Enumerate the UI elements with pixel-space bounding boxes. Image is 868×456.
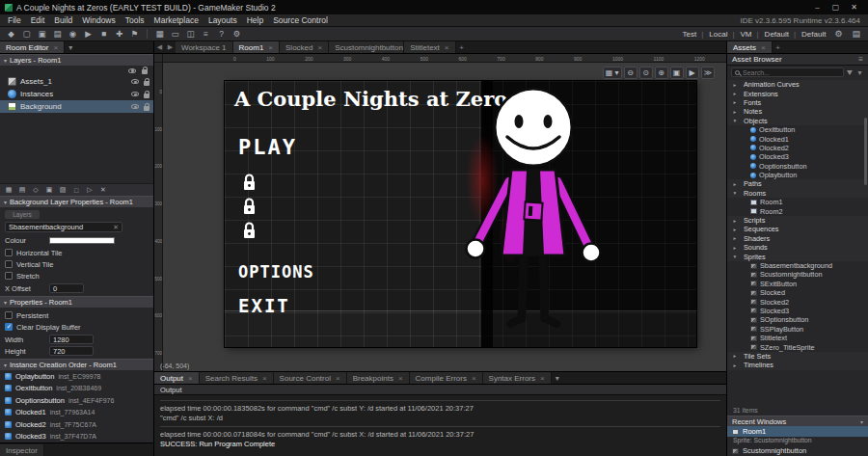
x-offset-input[interactable]: 0 — [49, 283, 84, 293]
menu-item[interactable]: Source Control — [268, 15, 333, 25]
asset-tree-row[interactable]: Scripts — [727, 216, 868, 225]
maximize-button[interactable]: ▢ — [827, 0, 845, 14]
visibility-toggle-icon[interactable] — [131, 104, 139, 109]
tree-expander-icon[interactable] — [732, 91, 738, 96]
asset-tree-row[interactable]: Timelines — [727, 361, 868, 369]
stop-button[interactable]: ■ — [96, 28, 111, 40]
asset-tree-row[interactable]: Oexitbutton — [727, 125, 868, 134]
field-input[interactable]: 1280 — [49, 335, 94, 344]
run-button[interactable]: ▶ — [81, 28, 95, 40]
tree-expander-icon[interactable] — [732, 218, 738, 224]
workspace-tab[interactable]: Room1 — [233, 41, 280, 53]
checkbox[interactable] — [5, 249, 13, 256]
output-log[interactable]: elapsed time 00:00:00.1835082s for comma… — [154, 395, 726, 456]
asset-tree-row[interactable]: Fonts — [727, 98, 868, 107]
output-tab[interactable]: Compile Errors — [410, 372, 483, 384]
tree-expander-icon[interactable] — [732, 181, 738, 187]
recent-chevron-icon[interactable]: ▾ — [860, 418, 863, 425]
tab-room-editor[interactable]: Room Editor — [0, 41, 65, 53]
target-option[interactable]: Test — [680, 30, 707, 39]
zoom-out-button[interactable]: ⊖ — [624, 67, 637, 79]
filter-icon[interactable] — [847, 70, 853, 75]
layer-row[interactable]: Instances — [0, 88, 153, 100]
asset-tree-row[interactable]: Rooms — [727, 189, 868, 198]
target-button[interactable]: ⚑ — [127, 28, 142, 40]
background-properties-header[interactable]: ▾ Background Layer Properties - Room1 — [0, 196, 153, 207]
tree-expander-icon[interactable] — [732, 82, 738, 88]
checkbox[interactable] — [5, 323, 13, 331]
room-canvas[interactable]: 0100200300400500600700800900100011001200… — [154, 54, 726, 371]
layers-header[interactable]: ▾ Layers - Room1 — [0, 54, 153, 66]
tabs-nav-forward-icon[interactable]: ▶ — [165, 41, 176, 53]
add-instance-layer-button[interactable]: ▦ — [3, 185, 14, 196]
menu-item[interactable]: Windows — [77, 15, 120, 25]
tree-expander-icon[interactable] — [732, 362, 738, 368]
asset-tree-row[interactable]: Scustomnightbutton — [727, 270, 868, 279]
lock-toggle-icon[interactable] — [144, 106, 149, 111]
clear-sprite-icon[interactable]: ✕ — [113, 224, 119, 231]
workspace-tab[interactable]: Workspace 1 — [176, 41, 233, 53]
output-tab[interactable]: Source Control — [274, 372, 347, 384]
target-settings-icon[interactable]: ⚙ — [830, 29, 846, 39]
instance-row[interactable]: Olocked1 inst_77963A14 — [0, 407, 153, 419]
grid-settings-button[interactable]: ▦ ▾ — [603, 67, 622, 79]
add-asset-layer-button[interactable]: ▣ — [43, 185, 55, 196]
lock-toggle-icon[interactable] — [144, 81, 149, 86]
add-tile-layer-button[interactable]: ▤ — [16, 185, 28, 196]
menu-item[interactable]: Edit — [26, 15, 50, 25]
asset-tree-row[interactable]: SOptionsbutton — [727, 315, 868, 324]
instance-row[interactable]: Olocked2 inst_7F75C67A — [0, 418, 153, 431]
menu-item[interactable]: Tools — [121, 15, 149, 25]
room-properties-header[interactable]: ▾ Properties - Room1 — [0, 296, 153, 308]
asset-tree-row[interactable]: Room2 — [727, 206, 868, 215]
split-view-button[interactable]: ◫ — [183, 28, 198, 40]
checkbox[interactable] — [5, 311, 13, 319]
asset-tree-row[interactable]: Extensions — [727, 89, 868, 97]
tree-expander-icon[interactable] — [732, 118, 738, 123]
instance-row[interactable]: Oexitbutton inst_20B38469 — [0, 383, 153, 395]
save-project-button[interactable]: ▤ — [50, 28, 65, 40]
output-tab[interactable]: Breakpoints — [347, 372, 410, 384]
add-folder-button[interactable]: ▷ — [84, 185, 95, 196]
recent-window-sprite[interactable]: Scustomnightbutton — [727, 445, 868, 456]
settings-button[interactable]: ⚙ — [230, 28, 244, 40]
workspace-button[interactable]: ▭ — [168, 28, 182, 40]
menu-item[interactable]: Marketplace — [149, 15, 203, 25]
output-tab[interactable]: Search Results — [200, 372, 274, 384]
menu-item[interactable]: Layouts — [203, 15, 242, 25]
home-button[interactable]: ◆ — [4, 28, 18, 40]
asset-tree-row[interactable]: SSPlayButton — [727, 325, 868, 334]
asset-tree-row[interactable]: Room1 — [727, 198, 868, 206]
asset-tree-row[interactable]: Sounds — [727, 243, 868, 252]
add-tab-icon[interactable]: + — [456, 41, 468, 53]
add-path-layer-button[interactable]: ◇ — [30, 185, 41, 196]
clean-button[interactable]: ✚ — [112, 28, 126, 40]
room-preview[interactable]: A Couple Nights at Zeros PLAY OPTIONS EX… — [225, 81, 696, 347]
lock-toggle-icon[interactable] — [144, 94, 149, 98]
tree-scrollbar[interactable] — [864, 118, 867, 185]
asset-browser-menu-icon[interactable]: ≡ — [858, 55, 863, 64]
workspace-tab[interactable]: Scustomnightbutton — [329, 41, 404, 53]
new-project-button[interactable]: ▢ — [19, 28, 34, 40]
open-project-button[interactable]: ▣ — [35, 28, 49, 40]
list-button[interactable]: ≡ — [199, 28, 213, 40]
field-input[interactable]: 720 — [49, 346, 94, 356]
asset-tree-row[interactable]: Stitletext — [727, 334, 868, 342]
layer-row[interactable]: Background — [0, 100, 153, 113]
instance-row[interactable]: Olocked3 inst_37F47D7A — [0, 431, 153, 443]
asset-tree-row[interactable]: Sequences — [727, 225, 868, 233]
zoom-fit-button[interactable]: ▣ — [670, 67, 684, 79]
panel-chevron-icon[interactable]: ▾ — [65, 41, 76, 53]
instance-row[interactable]: Oplaybutton inst_EC99978 — [0, 370, 153, 383]
minimize-button[interactable]: – — [808, 0, 827, 14]
asset-tree-row[interactable]: Olocked3 — [727, 152, 868, 161]
asset-tree-row[interactable]: Objects — [727, 117, 868, 125]
play-room-button[interactable]: ▶ — [686, 67, 699, 79]
add-effect-layer-button[interactable]: □ — [70, 185, 82, 196]
step-room-button[interactable]: ≫ — [701, 67, 715, 79]
instance-order-header[interactable]: ▾ Instance Creation Order - Room1 — [0, 359, 153, 370]
debug-button[interactable]: ◉ — [66, 28, 80, 40]
visibility-toggle-icon[interactable] — [131, 92, 139, 96]
asset-tree-row[interactable]: Olocked1 — [727, 134, 868, 143]
tree-expander-icon[interactable] — [732, 227, 738, 232]
